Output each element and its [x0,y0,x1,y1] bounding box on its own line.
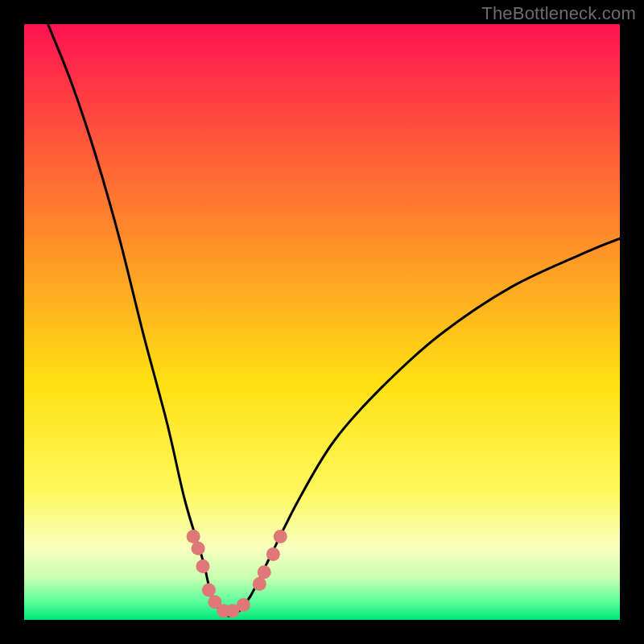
highlight-dots [187,530,287,618]
highlight-dot [192,542,205,555]
highlight-dot [237,598,250,612]
bottleneck-curve [48,24,620,616]
highlight-dot [266,547,280,561]
highlight-dot [258,565,271,579]
highlight-dot [274,530,287,543]
curve-layer [24,24,620,620]
highlight-dot [253,577,266,591]
highlight-dot [187,530,200,543]
highlight-dot [202,584,216,597]
highlight-dot [196,559,210,573]
chart-frame: TheBottleneck.com [0,0,644,644]
watermark-text: TheBottleneck.com [481,3,636,24]
plot-area [24,24,620,620]
